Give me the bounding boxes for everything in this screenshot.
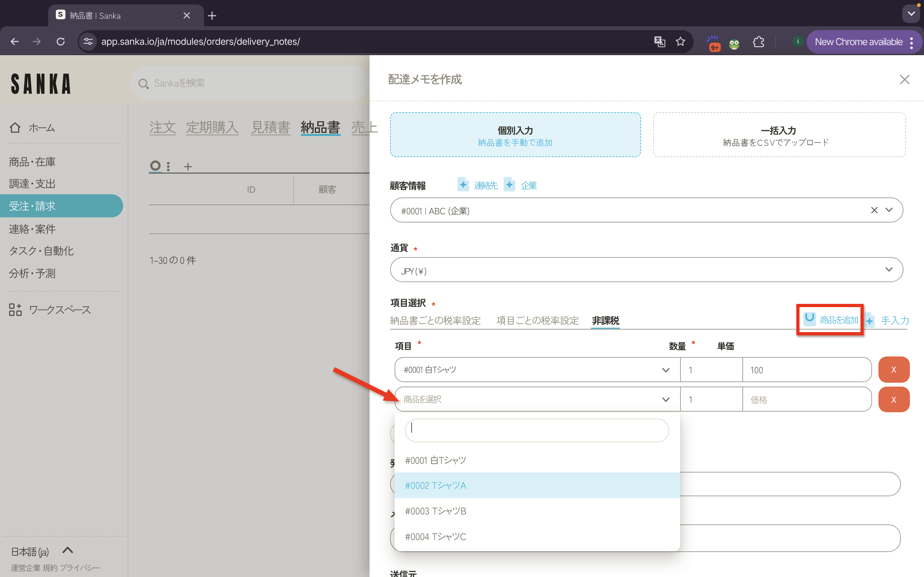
svg-text:9+: 9+: [711, 44, 719, 51]
